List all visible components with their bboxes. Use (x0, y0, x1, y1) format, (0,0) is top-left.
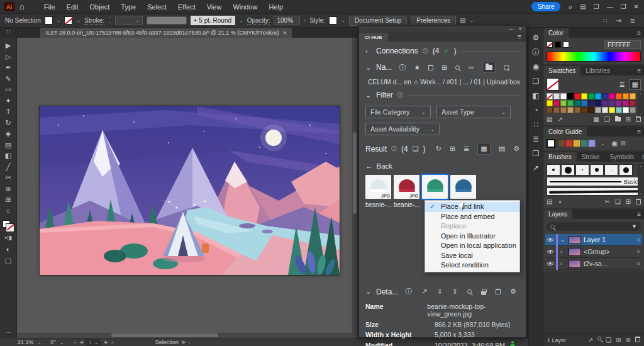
libraries-icon[interactable]: ▤ (547, 116, 552, 123)
swatches-panel-menu-icon[interactable]: ≡ (634, 67, 644, 75)
context-menu-item[interactable]: Open in Illustrator (425, 232, 519, 242)
color-swatch[interactable] (553, 100, 560, 106)
grid-add-icon[interactable]: ⊞ (441, 64, 447, 72)
filter-section[interactable]: ⌄ Filter ⓘ (365, 91, 519, 99)
layer-row[interactable]: ⌄ Layer 1 ○ (545, 234, 642, 246)
asset-thumbnail[interactable] (450, 175, 476, 199)
layer-target-icon[interactable]: ○ (637, 248, 640, 255)
layer-name[interactable]: Layer 1 (584, 236, 606, 243)
variable-width-preview[interactable] (147, 16, 187, 25)
next-artboard-icon[interactable]: ▶ (104, 340, 108, 345)
arrange-icon[interactable]: ❒ (594, 3, 599, 10)
layer-thumbnail[interactable] (569, 236, 581, 244)
last-artboard-icon[interactable]: » (111, 340, 114, 345)
brush-libraries-icon[interactable]: ▤ (547, 198, 552, 205)
delete-icon[interactable] (496, 289, 501, 294)
stroke-label[interactable]: Stroke: (84, 17, 104, 25)
home-icon[interactable]: ⌂ (19, 2, 25, 11)
panel-icon[interactable]: ↗ (533, 164, 539, 172)
black-swatch[interactable] (555, 42, 561, 48)
tool-icon[interactable]: ✒ (5, 64, 11, 72)
scroll-up-icon[interactable]: ⌃ (639, 92, 642, 97)
refresh-icon[interactable]: ↻ (436, 145, 441, 153)
panel-icon[interactable]: ◉ (533, 63, 539, 70)
tool-icon[interactable]: ○ (6, 207, 11, 215)
brush-definition-dropdown[interactable]: •5 pt. Round (191, 16, 235, 25)
tab-symbols[interactable]: Symbols (605, 152, 639, 162)
toolbar-stroke-swatch[interactable] (6, 224, 14, 232)
brush-cell[interactable] (547, 164, 560, 176)
locate-object-icon[interactable] (597, 337, 601, 340)
layer-row[interactable]: › <Group> ○ (545, 246, 642, 258)
artboard[interactable] (40, 106, 340, 275)
artboard-chevron-icon[interactable]: ⌄ (94, 340, 99, 345)
search-icon[interactable]: ⌕ (568, 3, 572, 11)
swatch-options-icon[interactable]: ❏ (604, 116, 610, 123)
brush-chevron-icon[interactable]: ⌄ (239, 18, 243, 23)
tool-icon[interactable]: ▷ (6, 53, 11, 61)
tool-icon[interactable]: ⊞ (5, 196, 11, 204)
zoom-level[interactable]: 21.1% (18, 339, 34, 345)
color-swatch[interactable] (547, 100, 553, 106)
result-info-icon[interactable]: ⓘ (391, 145, 397, 153)
share-button[interactable]: Share (531, 2, 561, 11)
harmony-chevron-icon[interactable]: ⌄ (601, 141, 605, 147)
menu-item[interactable]: Select (142, 3, 172, 11)
new-layer-icon[interactable]: ⊕ (626, 337, 631, 343)
basic-brush-row[interactable]: Basic (547, 177, 641, 186)
minimize-button[interactable]: — (607, 3, 613, 10)
brush-cell[interactable] (619, 164, 633, 176)
hex-value-field[interactable]: FFFFFF (604, 40, 641, 49)
color-swatch[interactable] (623, 107, 629, 113)
panel-icon[interactable]: ❏ (533, 77, 540, 85)
menu-item[interactable]: Object (84, 3, 116, 11)
trash-icon[interactable] (428, 65, 433, 70)
details-expander-icon[interactable]: ⌄ (365, 287, 372, 296)
cihub-tab[interactable]: CI HUB (359, 33, 388, 42)
tool-icon[interactable]: ╱ (6, 163, 11, 171)
layer-expander-icon[interactable]: ⌄ (560, 237, 566, 243)
restore-button[interactable]: ❐ (621, 3, 626, 10)
color-swatch[interactable] (567, 100, 574, 106)
color-swatch[interactable] (588, 100, 594, 106)
scroll-up-icon[interactable]: ⌃ (639, 165, 642, 169)
layer-target-icon[interactable]: ○ (637, 260, 640, 267)
connections-section[interactable]: › Connections ⓘ (4 ✓ ) (365, 47, 519, 55)
workspace-icon[interactable]: ▤ (580, 3, 586, 10)
list-view-icon[interactable]: ≣ (464, 145, 469, 153)
details-info-icon[interactable]: ⓘ (405, 287, 412, 296)
panel-menu-icon[interactable]: ≡ (513, 33, 526, 42)
color-swatch[interactable] (560, 100, 567, 106)
first-artboard-icon[interactable]: « (74, 340, 77, 345)
current-fill-swatch[interactable] (547, 78, 559, 91)
tool-icon[interactable]: ✎ (5, 75, 11, 83)
none-swatch[interactable] (547, 42, 553, 48)
brush-options-icon[interactable]: ❏ (615, 198, 621, 205)
layer-name[interactable]: t2v-sa... (584, 260, 607, 267)
close-document-icon[interactable]: ✕ (283, 30, 287, 36)
layers-filter-icon[interactable]: ▼ (631, 223, 637, 230)
visibility-eye-icon[interactable] (547, 238, 553, 242)
context-menu-item[interactable]: Place and embed (425, 212, 519, 222)
details-settings-icon[interactable]: ⚙ (510, 287, 516, 296)
grid-view-button[interactable]: ▦ (477, 143, 490, 155)
context-menu-item[interactable]: Open in local application (425, 241, 519, 251)
menu-item[interactable]: Help (264, 3, 289, 11)
make-mask-icon[interactable]: ❏ (606, 337, 611, 343)
color-swatch[interactable] (560, 107, 567, 113)
asset-availability-dropdown[interactable]: Asset Availability ⌄ (365, 123, 440, 135)
stroke-swatch[interactable] (64, 16, 72, 25)
visibility-eye-icon[interactable] (547, 250, 553, 254)
tab-color-guide[interactable]: Color Guide (543, 127, 587, 137)
filter-info-icon[interactable]: ⓘ (397, 91, 403, 99)
quick-search-icon[interactable] (455, 65, 460, 70)
swatches-scrollbar[interactable]: ⌃⌄ (638, 92, 643, 116)
color-swatch[interactable] (616, 107, 622, 113)
card-view-icon[interactable]: ▤ (499, 145, 505, 153)
stepper-down-icon[interactable]: ⌄ (108, 21, 111, 24)
result-settings-icon[interactable]: ⚙ (513, 145, 519, 153)
color-swatch[interactable] (581, 93, 587, 99)
layer-row[interactable]: › t2v-sa... ○ (545, 258, 642, 270)
lock-icon[interactable] (481, 291, 486, 295)
color-swatch[interactable] (630, 107, 636, 113)
